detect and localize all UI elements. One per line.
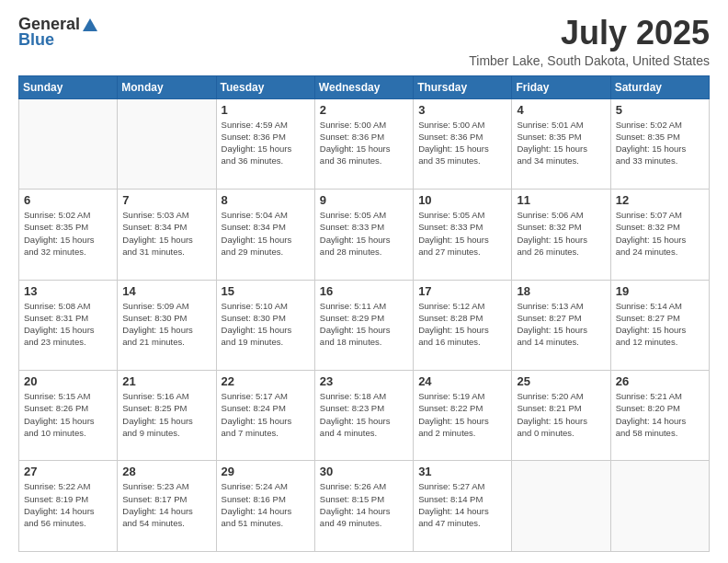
calendar-day-header: Tuesday: [216, 75, 314, 98]
calendar-day-header: Sunday: [19, 75, 118, 98]
calendar-table: SundayMondayTuesdayWednesdayThursdayFrid…: [18, 75, 710, 552]
calendar-cell: 15Sunrise: 5:10 AM Sunset: 8:30 PM Dayli…: [216, 280, 314, 370]
day-number: 12: [616, 193, 704, 207]
calendar-cell: 8Sunrise: 5:04 AM Sunset: 8:34 PM Daylig…: [216, 190, 314, 280]
day-info: Sunrise: 5:24 AM Sunset: 8:16 PM Dayligh…: [222, 480, 310, 529]
day-info: Sunrise: 5:20 AM Sunset: 8:21 PM Dayligh…: [517, 390, 605, 439]
calendar-cell: 13Sunrise: 5:08 AM Sunset: 8:31 PM Dayli…: [19, 280, 118, 370]
calendar-day-header: Thursday: [414, 75, 512, 98]
header-right: July 2025 Timber Lake, South Dakota, Uni…: [469, 15, 710, 68]
day-info: Sunrise: 5:05 AM Sunset: 8:33 PM Dayligh…: [320, 209, 408, 258]
calendar-cell: 3Sunrise: 5:00 AM Sunset: 8:36 PM Daylig…: [414, 98, 512, 189]
calendar-week-row: 20Sunrise: 5:15 AM Sunset: 8:26 PM Dayli…: [19, 371, 710, 461]
day-info: Sunrise: 5:17 AM Sunset: 8:24 PM Dayligh…: [222, 390, 310, 439]
calendar-cell: 23Sunrise: 5:18 AM Sunset: 8:23 PM Dayli…: [314, 371, 413, 461]
calendar-cell: 10Sunrise: 5:05 AM Sunset: 8:33 PM Dayli…: [414, 190, 512, 280]
calendar-cell: 1Sunrise: 4:59 AM Sunset: 8:36 PM Daylig…: [216, 98, 314, 189]
day-info: Sunrise: 5:18 AM Sunset: 8:23 PM Dayligh…: [320, 390, 408, 439]
day-info: Sunrise: 5:02 AM Sunset: 8:35 PM Dayligh…: [616, 119, 704, 167]
day-number: 21: [122, 374, 210, 388]
day-info: Sunrise: 5:04 AM Sunset: 8:34 PM Dayligh…: [222, 209, 310, 258]
calendar-week-row: 6Sunrise: 5:02 AM Sunset: 8:35 PM Daylig…: [19, 190, 710, 280]
day-info: Sunrise: 5:00 AM Sunset: 8:36 PM Dayligh…: [418, 119, 506, 167]
day-info: Sunrise: 5:21 AM Sunset: 8:20 PM Dayligh…: [616, 390, 704, 439]
header: General Blue July 2025 Timber Lake, Sout…: [18, 15, 710, 68]
calendar-cell: [610, 461, 709, 552]
calendar-week-row: 1Sunrise: 4:59 AM Sunset: 8:36 PM Daylig…: [19, 98, 710, 189]
calendar-cell: 24Sunrise: 5:19 AM Sunset: 8:22 PM Dayli…: [414, 371, 512, 461]
day-number: 6: [24, 193, 112, 207]
day-number: 24: [418, 374, 506, 388]
day-number: 23: [320, 374, 408, 388]
calendar-cell: 27Sunrise: 5:22 AM Sunset: 8:19 PM Dayli…: [19, 461, 118, 552]
calendar-cell: 4Sunrise: 5:01 AM Sunset: 8:35 PM Daylig…: [512, 98, 610, 189]
calendar-cell: 6Sunrise: 5:02 AM Sunset: 8:35 PM Daylig…: [19, 190, 118, 280]
page: General Blue July 2025 Timber Lake, Sout…: [0, 0, 728, 563]
calendar-cell: [118, 98, 216, 189]
calendar-cell: 2Sunrise: 5:00 AM Sunset: 8:36 PM Daylig…: [314, 98, 413, 189]
day-info: Sunrise: 5:22 AM Sunset: 8:19 PM Dayligh…: [24, 480, 112, 529]
calendar-header-row: SundayMondayTuesdayWednesdayThursdayFrid…: [19, 75, 710, 98]
calendar-cell: 9Sunrise: 5:05 AM Sunset: 8:33 PM Daylig…: [314, 190, 413, 280]
day-info: Sunrise: 5:14 AM Sunset: 8:27 PM Dayligh…: [616, 300, 704, 349]
location: Timber Lake, South Dakota, United States: [469, 53, 710, 68]
day-number: 30: [320, 465, 408, 478]
day-number: 3: [418, 103, 506, 117]
calendar-cell: 16Sunrise: 5:11 AM Sunset: 8:29 PM Dayli…: [314, 280, 413, 370]
day-number: 2: [320, 103, 408, 117]
day-number: 4: [517, 103, 605, 117]
calendar-day-header: Wednesday: [314, 75, 413, 98]
logo-blue-text: Blue: [18, 30, 54, 50]
calendar-cell: 7Sunrise: 5:03 AM Sunset: 8:34 PM Daylig…: [118, 190, 216, 280]
day-number: 18: [517, 284, 605, 298]
calendar-cell: 21Sunrise: 5:16 AM Sunset: 8:25 PM Dayli…: [118, 371, 216, 461]
day-number: 1: [222, 103, 310, 117]
logo-triangle-icon: [82, 17, 98, 33]
day-number: 15: [222, 284, 310, 298]
day-number: 17: [418, 284, 506, 298]
day-info: Sunrise: 5:02 AM Sunset: 8:35 PM Dayligh…: [24, 209, 112, 258]
day-info: Sunrise: 5:09 AM Sunset: 8:30 PM Dayligh…: [122, 300, 210, 349]
day-number: 26: [616, 374, 704, 388]
day-info: Sunrise: 5:00 AM Sunset: 8:36 PM Dayligh…: [320, 119, 408, 167]
calendar-cell: 25Sunrise: 5:20 AM Sunset: 8:21 PM Dayli…: [512, 371, 610, 461]
day-info: Sunrise: 5:27 AM Sunset: 8:14 PM Dayligh…: [418, 480, 506, 529]
day-info: Sunrise: 5:15 AM Sunset: 8:26 PM Dayligh…: [24, 390, 112, 439]
calendar-cell: [512, 461, 610, 552]
calendar-cell: [19, 98, 118, 189]
day-info: Sunrise: 5:19 AM Sunset: 8:22 PM Dayligh…: [418, 390, 506, 439]
calendar-cell: 22Sunrise: 5:17 AM Sunset: 8:24 PM Dayli…: [216, 371, 314, 461]
calendar-cell: 12Sunrise: 5:07 AM Sunset: 8:32 PM Dayli…: [610, 190, 709, 280]
day-number: 13: [24, 284, 112, 298]
day-info: Sunrise: 5:06 AM Sunset: 8:32 PM Dayligh…: [517, 209, 605, 258]
day-number: 29: [222, 465, 310, 478]
day-info: Sunrise: 5:05 AM Sunset: 8:33 PM Dayligh…: [418, 209, 506, 258]
day-info: Sunrise: 5:01 AM Sunset: 8:35 PM Dayligh…: [517, 119, 605, 167]
calendar-week-row: 27Sunrise: 5:22 AM Sunset: 8:19 PM Dayli…: [19, 461, 710, 552]
calendar-day-header: Saturday: [610, 75, 709, 98]
day-number: 9: [320, 193, 408, 207]
day-info: Sunrise: 5:16 AM Sunset: 8:25 PM Dayligh…: [122, 390, 210, 439]
calendar-day-header: Monday: [118, 75, 216, 98]
day-number: 16: [320, 284, 408, 298]
day-info: Sunrise: 5:23 AM Sunset: 8:17 PM Dayligh…: [122, 480, 210, 529]
calendar-week-row: 13Sunrise: 5:08 AM Sunset: 8:31 PM Dayli…: [19, 280, 710, 370]
day-number: 31: [418, 465, 506, 478]
day-info: Sunrise: 4:59 AM Sunset: 8:36 PM Dayligh…: [222, 119, 310, 167]
day-info: Sunrise: 5:12 AM Sunset: 8:28 PM Dayligh…: [418, 300, 506, 349]
day-info: Sunrise: 5:11 AM Sunset: 8:29 PM Dayligh…: [320, 300, 408, 349]
svg-marker-0: [83, 18, 97, 31]
calendar-cell: 31Sunrise: 5:27 AM Sunset: 8:14 PM Dayli…: [414, 461, 512, 552]
day-number: 11: [517, 193, 605, 207]
day-info: Sunrise: 5:13 AM Sunset: 8:27 PM Dayligh…: [517, 300, 605, 349]
calendar-cell: 11Sunrise: 5:06 AM Sunset: 8:32 PM Dayli…: [512, 190, 610, 280]
day-number: 22: [222, 374, 310, 388]
day-number: 20: [24, 374, 112, 388]
day-info: Sunrise: 5:07 AM Sunset: 8:32 PM Dayligh…: [616, 209, 704, 258]
day-number: 25: [517, 374, 605, 388]
day-number: 5: [616, 103, 704, 117]
day-number: 14: [122, 284, 210, 298]
calendar-cell: 19Sunrise: 5:14 AM Sunset: 8:27 PM Dayli…: [610, 280, 709, 370]
calendar-cell: 28Sunrise: 5:23 AM Sunset: 8:17 PM Dayli…: [118, 461, 216, 552]
calendar-cell: 17Sunrise: 5:12 AM Sunset: 8:28 PM Dayli…: [414, 280, 512, 370]
